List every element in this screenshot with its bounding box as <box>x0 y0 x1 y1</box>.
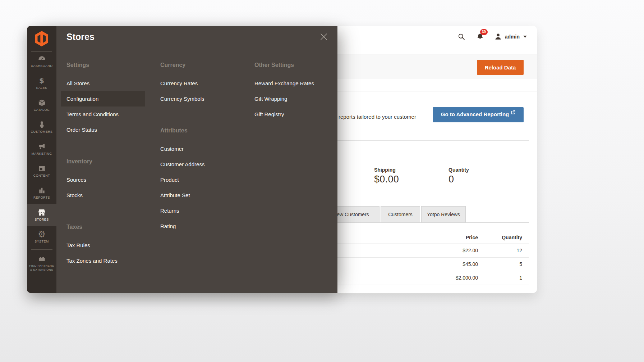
sidebar-item-reports[interactable]: REPORTS <box>27 182 56 204</box>
quantity-stat: Quantity 0 <box>448 167 469 185</box>
table-cell-quantity: 5 <box>450 258 522 271</box>
sidebar-item-label: CONTENT <box>33 174 50 178</box>
menu-item-all-stores[interactable]: All Stores <box>61 76 145 91</box>
menu-item-customer-address[interactable]: Customer Address <box>155 157 244 172</box>
menu-section-settings: Settings All Stores Configuration Terms … <box>61 57 145 137</box>
menu-item-customer[interactable]: Customer <box>155 141 244 157</box>
sidebar-item-label: DASHBOARD <box>31 64 53 68</box>
external-link-icon <box>511 110 515 114</box>
sidebar-item-sales[interactable]: $ SALES <box>27 72 56 94</box>
admin-user-menu[interactable]: admin <box>494 33 527 41</box>
menu-item-product[interactable]: Product <box>155 172 244 187</box>
menu-section-header: Taxes <box>61 219 145 235</box>
sidebar-item-content[interactable]: CONTENT <box>27 160 56 182</box>
tab-yotpo-reviews[interactable]: Yotpo Reviews <box>421 206 466 223</box>
menu-section-attributes: Attributes Customer Customer Address Pro… <box>155 123 244 234</box>
admin-username: admin <box>505 34 520 40</box>
sidebar: DASHBOARD $ SALES CATALOG CUSTOMERS <box>27 26 56 293</box>
advanced-reporting-caption: reports tailored to your customer <box>339 114 416 120</box>
menu-title: Stores <box>66 32 95 42</box>
stores-menu-overlay: DASHBOARD $ SALES CATALOG CUSTOMERS <box>27 26 337 293</box>
sidebar-nav: DASHBOARD $ SALES CATALOG CUSTOMERS <box>27 50 56 275</box>
sidebar-item-label: SYSTEM <box>34 240 49 244</box>
catalog-icon <box>38 98 46 107</box>
menu-item-reward-exchange-rates[interactable]: Reward Exchange Rates <box>249 76 335 91</box>
marketing-icon <box>38 142 46 151</box>
menu-close-button[interactable] <box>319 32 329 42</box>
user-icon <box>494 33 502 41</box>
sidebar-item-label: SALES <box>36 86 47 90</box>
shipping-stat: Shipping $0.00 <box>374 167 399 185</box>
sidebar-item-label: STORES <box>34 218 49 222</box>
sidebar-item-find-partners[interactable]: FIND PARTNERS & EXTENSIONS <box>27 251 56 275</box>
menu-column: Currency Currency Rates Currency Symbols… <box>155 57 244 234</box>
menu-section-header: Settings <box>61 57 145 73</box>
menu-section-header: Currency <box>155 57 244 73</box>
menu-item-tax-zones-and-rates[interactable]: Tax Zones and Rates <box>61 253 145 268</box>
shipping-label: Shipping <box>374 167 399 173</box>
table-header-quantity: Quantity <box>450 232 522 244</box>
menu-section-header: Attributes <box>155 123 244 138</box>
menu-section-other-settings: Other Settings Reward Exchange Rates Gif… <box>249 57 335 122</box>
search-button[interactable] <box>457 32 466 41</box>
advanced-reporting-button-label: Go to Advanced Reporting <box>441 111 509 117</box>
menu-item-gift-registry[interactable]: Gift Registry <box>249 107 335 122</box>
close-icon <box>319 32 328 41</box>
extensions-icon <box>38 254 46 263</box>
sidebar-item-catalog[interactable]: CATALOG <box>27 94 56 116</box>
sidebar-item-label: FIND PARTNERS & EXTENSIONS <box>29 264 55 272</box>
menu-section-taxes: Taxes Tax Rules Tax Zones and Rates <box>61 219 145 268</box>
system-icon: ⚙ <box>38 230 46 239</box>
reload-data-button[interactable]: Reload Data <box>477 60 524 75</box>
notifications-button[interactable]: 39 <box>475 32 485 41</box>
menu-item-currency-symbols[interactable]: Currency Symbols <box>155 91 244 107</box>
header-actions: 39 admin <box>457 26 527 47</box>
menu-item-tax-rules[interactable]: Tax Rules <box>61 237 145 253</box>
menu-item-rating[interactable]: Rating <box>155 218 244 234</box>
sidebar-item-label: REPORTS <box>33 196 50 200</box>
menu-section-header: Inventory <box>61 154 145 169</box>
sidebar-item-stores[interactable]: STORES <box>27 204 56 226</box>
table-cell-quantity: 12 <box>450 244 522 257</box>
dashboard-icon <box>38 54 46 63</box>
tab-customers[interactable]: Customers <box>381 206 420 223</box>
menu-item-order-status[interactable]: Order Status <box>61 122 145 137</box>
caret-down-icon <box>523 36 527 38</box>
menu-item-configuration[interactable]: Configuration <box>61 91 145 107</box>
menu-item-returns[interactable]: Returns <box>155 203 244 218</box>
search-icon <box>457 33 465 41</box>
sidebar-item-marketing[interactable]: MARKETING <box>27 138 56 160</box>
shipping-value: $0.00 <box>374 174 399 185</box>
sidebar-item-label: MARKETING <box>31 152 52 156</box>
notification-count-badge: 39 <box>480 29 488 35</box>
menu-column: Settings All Stores Configuration Terms … <box>61 57 145 268</box>
quantity-value: 0 <box>448 174 469 185</box>
menu-item-gift-wrapping[interactable]: Gift Wrapping <box>249 91 335 107</box>
sidebar-item-dashboard[interactable]: DASHBOARD <box>27 50 56 72</box>
menu-item-attribute-set[interactable]: Attribute Set <box>155 187 244 203</box>
quantity-label: Quantity <box>448 167 469 173</box>
menu-item-currency-rates[interactable]: Currency Rates <box>155 76 244 91</box>
sales-icon: $ <box>39 76 44 85</box>
go-to-advanced-reporting-button[interactable]: Go to Advanced Reporting <box>433 107 524 122</box>
sidebar-divider <box>31 249 52 250</box>
menu-column: Other Settings Reward Exchange Rates Gif… <box>249 57 335 122</box>
stores-menu-panel: Stores Settings All Stores Configuration… <box>56 26 337 293</box>
menu-section-header: Other Settings <box>249 57 335 73</box>
menu-section-currency: Currency Currency Rates Currency Symbols <box>155 57 244 107</box>
menu-item-sources[interactable]: Sources <box>61 172 145 187</box>
sidebar-item-system[interactable]: ⚙ SYSTEM <box>27 226 56 248</box>
sidebar-item-label: CUSTOMERS <box>31 130 53 134</box>
content-icon <box>38 164 46 173</box>
table-cell-quantity: 1 <box>450 271 522 285</box>
stores-icon <box>37 208 46 217</box>
magento-logo[interactable] <box>34 31 49 48</box>
sidebar-item-label: CATALOG <box>34 108 50 112</box>
menu-item-terms-and-conditions[interactable]: Terms and Conditions <box>61 107 145 122</box>
customers-icon <box>38 120 46 129</box>
menu-item-stocks[interactable]: Stocks <box>61 187 145 203</box>
reports-icon <box>38 186 46 195</box>
menu-section-inventory: Inventory Sources Stocks <box>61 154 145 203</box>
sidebar-item-customers[interactable]: CUSTOMERS <box>27 116 56 138</box>
